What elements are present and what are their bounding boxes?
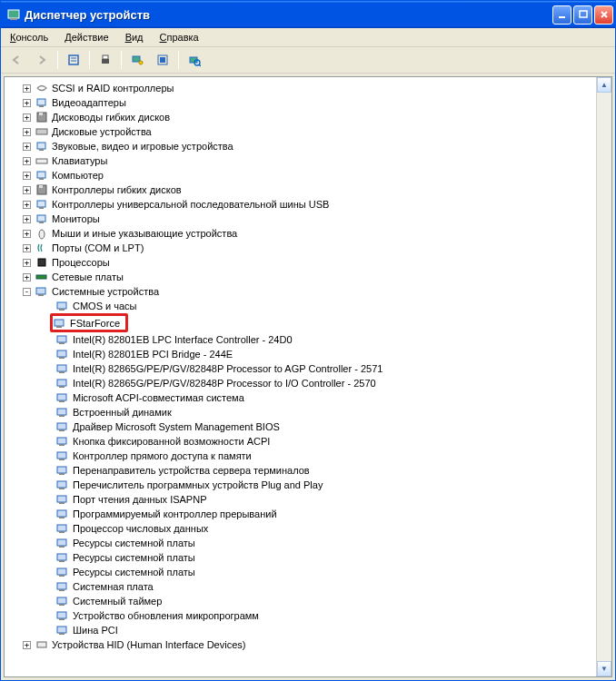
menu-console[interactable]: Консоль <box>6 30 52 44</box>
menu-action[interactable]: Действие <box>61 30 112 44</box>
svg-rect-69 <box>57 539 66 546</box>
collapse-icon[interactable]: - <box>23 288 31 296</box>
tree-device[interactable]: Системная плата <box>6 579 594 594</box>
tree-device-highlighted[interactable]: FStarForce <box>6 313 594 332</box>
maximize-button[interactable] <box>573 5 592 25</box>
floppy-icon <box>35 110 49 124</box>
expand-icon[interactable]: + <box>23 230 31 238</box>
device-icon <box>55 565 70 579</box>
scroll-track[interactable] <box>597 93 611 661</box>
tree-category[interactable]: +Мониторы <box>6 212 594 226</box>
tree-device[interactable]: Ресурсы системной платы <box>6 565 594 579</box>
tree-device[interactable]: Системный таймер <box>6 594 594 608</box>
tree-device[interactable]: Microsoft ACPI-совместимая система <box>6 390 594 405</box>
svg-rect-44 <box>59 357 65 359</box>
tree-device[interactable]: Intel(R) 82865G/PE/P/GV/82848P Processor… <box>6 361 594 376</box>
close-button[interactable] <box>594 5 613 25</box>
scroll-down-button[interactable]: ▼ <box>597 661 611 676</box>
svg-rect-31 <box>39 222 44 223</box>
tree-device[interactable]: Встроенный динамик <box>6 405 594 419</box>
tree-device[interactable]: Кнопка фиксированной возможности ACPI <box>6 434 594 449</box>
print-button[interactable] <box>95 50 115 70</box>
expand-icon[interactable]: + <box>23 157 31 165</box>
tree-device[interactable]: Intel(R) 82801EB LPC Interface Controlle… <box>6 332 594 347</box>
svg-rect-28 <box>37 201 45 207</box>
tree-device[interactable]: Порт чтения данных ISAPNP <box>6 492 594 507</box>
tree-category[interactable]: +Сетевые платы <box>6 270 594 284</box>
expand-icon[interactable]: + <box>23 172 31 180</box>
show-hidden-button[interactable] <box>184 50 204 70</box>
svg-rect-75 <box>57 583 66 589</box>
expand-icon[interactable]: + <box>23 143 31 151</box>
tree-device[interactable]: Контроллер прямого доступа к памяти <box>6 449 594 463</box>
tree-category[interactable]: +Видеоадаптеры <box>6 95 594 110</box>
properties-button[interactable] <box>64 50 84 70</box>
tree-device[interactable]: Драйвер Microsoft System Management BIOS <box>6 419 594 434</box>
expand-icon[interactable]: + <box>23 215 31 223</box>
device-icon <box>55 449 70 463</box>
device-icon <box>55 376 70 390</box>
device-tree[interactable]: +SCSI и RAID контроллеры+Видеоадаптеры+Д… <box>5 77 596 676</box>
category-label: Дисковые устройства <box>52 126 152 137</box>
tree-device[interactable]: Ресурсы системной платы <box>6 550 594 565</box>
tree-device[interactable]: Процессор числовых данных <box>6 521 594 536</box>
tree-category[interactable]: +Устройства HID (Human Interface Devices… <box>6 637 594 652</box>
tree-category[interactable]: +Контроллеры универсальной последователь… <box>6 197 594 212</box>
scroll-up-button[interactable]: ▲ <box>597 77 611 93</box>
tree-category[interactable]: +Дисководы гибких дисков <box>6 110 594 124</box>
tree-device[interactable]: Intel(R) 82801EB PCI Bridge - 244E <box>6 347 594 361</box>
expand-icon[interactable]: + <box>23 259 31 267</box>
tree-category[interactable]: +SCSI и RAID контроллеры <box>6 81 594 95</box>
back-button <box>6 50 26 70</box>
tree-category-system[interactable]: -Системные устройства <box>6 284 594 299</box>
device-label: Перечислитель программных устройств Plug… <box>73 479 323 490</box>
expand-icon[interactable]: + <box>23 186 31 194</box>
vertical-scrollbar[interactable]: ▲ ▼ <box>596 77 611 676</box>
tree-category[interactable]: +Порты (COM и LPT) <box>6 241 594 255</box>
svg-rect-4 <box>69 55 78 64</box>
expand-icon[interactable]: + <box>23 641 31 649</box>
svg-rect-52 <box>59 415 65 417</box>
uninstall-button[interactable] <box>153 50 173 70</box>
svg-rect-7 <box>102 59 109 64</box>
scan-button[interactable] <box>127 50 147 70</box>
tree-device[interactable]: Intel(R) 82865G/PE/P/GV/82848P Processor… <box>6 376 594 390</box>
titlebar[interactable]: Диспетчер устройств <box>1 1 615 28</box>
minimize-button[interactable] <box>552 5 571 25</box>
svg-rect-43 <box>57 350 66 357</box>
mouse-icon <box>35 226 49 241</box>
device-label: Intel(R) 82801EB LPC Interface Controlle… <box>73 334 293 345</box>
tree-device[interactable]: Ресурсы системной платы <box>6 536 594 550</box>
expand-icon[interactable]: + <box>23 128 31 136</box>
network-icon <box>35 270 49 284</box>
tree-device[interactable]: Перенаправитель устройства сервера терми… <box>6 463 594 478</box>
tree-device[interactable]: Программируемый контроллер прерываний <box>6 507 594 521</box>
svg-rect-20 <box>36 129 47 134</box>
category-label: SCSI и RAID контроллеры <box>52 83 174 94</box>
tree-category[interactable]: +Звуковые, видео и игровые устройства <box>6 139 594 153</box>
tree-category[interactable]: +Клавиатуры <box>6 153 594 168</box>
tree-device[interactable]: Перечислитель программных устройств Plug… <box>6 478 594 492</box>
menu-view[interactable]: Вид <box>122 30 147 44</box>
svg-line-15 <box>199 64 201 66</box>
svg-rect-53 <box>57 423 66 429</box>
tree-category[interactable]: +Дисковые устройства <box>6 124 594 139</box>
tree-device[interactable]: Шина PCI <box>6 623 594 637</box>
category-label: Дисководы гибких дисков <box>52 112 170 123</box>
tree-category[interactable]: +Мыши и иные указывающие устройства <box>6 226 594 241</box>
tree-category[interactable]: +Компьютер <box>6 168 594 183</box>
tree-category[interactable]: +Процессоры <box>6 255 594 270</box>
expand-icon[interactable]: + <box>23 201 31 209</box>
expand-icon[interactable]: + <box>23 244 31 252</box>
tree-device[interactable]: CMOS и часы <box>6 299 594 313</box>
svg-rect-72 <box>59 560 65 562</box>
expand-icon[interactable]: + <box>23 273 31 281</box>
disk-icon <box>35 124 49 139</box>
expand-icon[interactable]: + <box>23 99 31 107</box>
expand-icon[interactable]: + <box>23 114 31 122</box>
tree-device[interactable]: Устройство обновления микропрограмм <box>6 608 594 623</box>
expand-icon[interactable]: + <box>23 84 31 93</box>
tree-category[interactable]: +Контроллеры гибких дисков <box>6 183 594 197</box>
menu-help[interactable]: Справка <box>156 30 203 44</box>
content-area: +SCSI и RAID контроллеры+Видеоадаптеры+Д… <box>4 76 612 677</box>
